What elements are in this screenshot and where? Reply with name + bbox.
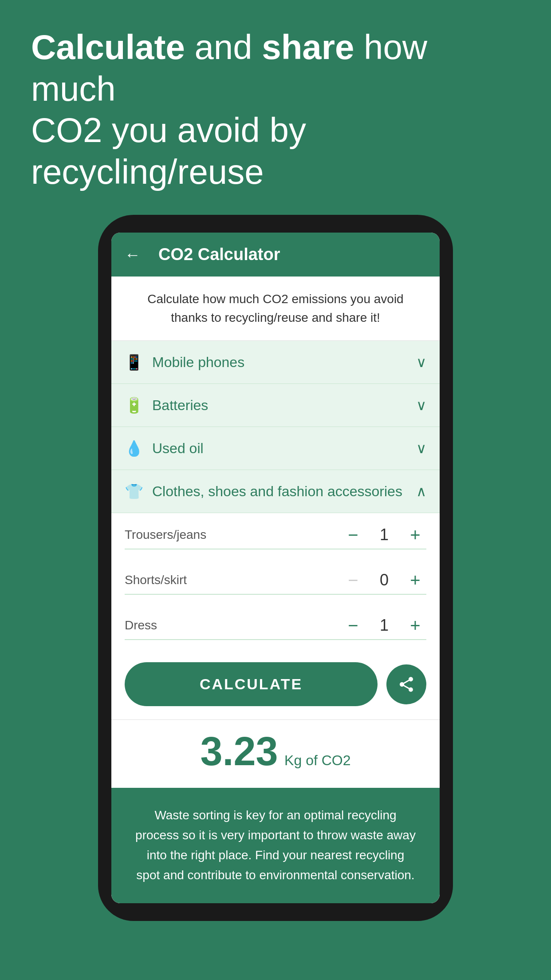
dress-label: Dress xyxy=(125,618,342,632)
dress-decrement[interactable]: − xyxy=(342,616,364,634)
expanded-clothes-section: 👕 Clothes, shoes and fashion accessories… xyxy=(111,470,440,649)
trousers-controls: − 1 + xyxy=(342,526,426,544)
used-oil-label: Used oil xyxy=(152,440,416,457)
shorts-underline xyxy=(125,594,426,595)
share-button[interactable] xyxy=(386,664,426,704)
dress-underline xyxy=(125,639,426,640)
description-text: Calculate how much CO2 emissions you avo… xyxy=(111,277,440,341)
share-icon xyxy=(398,676,415,693)
trousers-increment[interactable]: + xyxy=(404,526,426,544)
hero-connector: and xyxy=(185,28,262,67)
result-section: 3.23 Kg of CO2 xyxy=(111,719,440,788)
trousers-label: Trousers/jeans xyxy=(125,528,342,542)
calculate-button[interactable]: CALCULATE xyxy=(125,662,378,706)
counter-dress-row: Dress − 1 + xyxy=(111,604,440,635)
batteries-chevron: ∨ xyxy=(416,397,426,414)
footer-text: Waste sorting is key for an optimal recy… xyxy=(111,788,440,903)
batteries-label: Batteries xyxy=(152,397,416,414)
category-clothes[interactable]: 👕 Clothes, shoes and fashion accessories… xyxy=(111,470,440,513)
category-batteries[interactable]: 🔋 Batteries ∨ xyxy=(111,384,440,427)
result-unit: Kg of CO2 xyxy=(284,752,350,768)
dress-controls: − 1 + xyxy=(342,616,426,635)
hero-share: share xyxy=(262,28,354,67)
category-mobile-phones[interactable]: 📱 Mobile phones ∨ xyxy=(111,341,440,384)
category-used-oil[interactable]: 💧 Used oil ∨ xyxy=(111,427,440,470)
hero-line2: CO2 you avoid by recycling/reuse xyxy=(31,111,306,191)
mobile-phones-chevron: ∨ xyxy=(416,354,426,371)
used-oil-icon: 💧 xyxy=(125,439,143,457)
counter-trousers-row: Trousers/jeans − 1 + xyxy=(111,513,440,544)
trousers-value: 1 xyxy=(373,526,395,544)
trousers-underline xyxy=(125,549,426,549)
mobile-phones-label: Mobile phones xyxy=(152,354,416,371)
dress-value: 1 xyxy=(373,616,395,635)
hero-calculate: Calculate xyxy=(31,28,185,67)
phone-device: ← CO2 Calculator Calculate how much CO2 … xyxy=(98,215,453,921)
phone-screen: ← CO2 Calculator Calculate how much CO2 … xyxy=(111,233,440,903)
counter-shorts-row: Shorts/skirt − 0 + xyxy=(111,558,440,589)
shorts-value: 0 xyxy=(373,571,395,589)
result-value: 3.23 xyxy=(200,729,278,774)
clothes-label: Clothes, shoes and fashion accessories xyxy=(152,483,416,500)
used-oil-chevron: ∨ xyxy=(416,440,426,457)
shorts-decrement[interactable]: − xyxy=(342,571,364,589)
action-row: CALCULATE xyxy=(111,649,440,719)
hero-section: Calculate and share how much CO2 you avo… xyxy=(0,0,551,215)
shorts-label: Shorts/skirt xyxy=(125,573,342,587)
trousers-decrement[interactable]: − xyxy=(342,526,364,544)
batteries-icon: 🔋 xyxy=(125,396,143,414)
app-bar: ← CO2 Calculator xyxy=(111,233,440,277)
app-bar-title: CO2 Calculator xyxy=(158,245,280,264)
mobile-phones-icon: 📱 xyxy=(125,353,143,371)
dress-increment[interactable]: + xyxy=(404,616,426,634)
clothes-icon: 👕 xyxy=(125,482,143,500)
back-button[interactable]: ← xyxy=(125,245,141,264)
clothes-chevron-up: ∧ xyxy=(416,483,426,500)
shorts-increment[interactable]: + xyxy=(404,571,426,589)
shorts-controls: − 0 + xyxy=(342,571,426,589)
